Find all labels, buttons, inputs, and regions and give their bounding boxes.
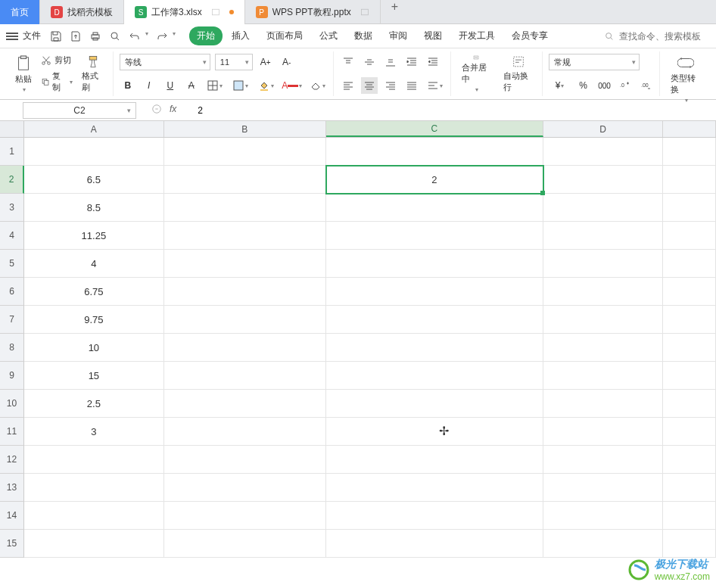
export-icon[interactable]: [70, 30, 82, 42]
cell-D11[interactable]: [543, 418, 663, 446]
font-name-select[interactable]: 等线: [120, 54, 210, 70]
fill-color-button[interactable]: ▾: [256, 77, 277, 94]
cell-B2[interactable]: [164, 166, 326, 194]
row-header[interactable]: 12: [0, 446, 24, 474]
cell-style-button[interactable]: ▾: [230, 77, 251, 94]
cell-D6[interactable]: [543, 278, 663, 306]
font-shrink-button[interactable]: A-: [279, 54, 295, 70]
ribbon-tab-dev[interactable]: 开发工具: [451, 26, 503, 45]
format-painter-button[interactable]: 格式刷: [77, 51, 107, 96]
cell-C10[interactable]: [326, 390, 544, 418]
bold-button[interactable]: B: [120, 77, 136, 94]
row-header[interactable]: 1: [0, 138, 24, 166]
currency-button[interactable]: ¥▾: [549, 77, 570, 94]
cell-C11[interactable]: [326, 418, 544, 446]
ribbon-tab-insert[interactable]: 插入: [224, 26, 257, 45]
col-header-E[interactable]: [663, 121, 716, 137]
cell-D8[interactable]: [543, 334, 663, 362]
fx-label[interactable]: fx: [170, 104, 176, 117]
cell-C1[interactable]: [326, 138, 544, 166]
number-format-select[interactable]: 常规: [549, 54, 640, 70]
cell-B6[interactable]: [164, 278, 326, 306]
ribbon-tab-member[interactable]: 会员专享: [504, 26, 556, 45]
cell-C15[interactable]: [326, 530, 544, 558]
row-header[interactable]: 6: [0, 278, 24, 306]
cell-C5[interactable]: [326, 250, 544, 278]
font-grow-button[interactable]: A+: [257, 54, 274, 70]
formula-input[interactable]: [193, 102, 716, 119]
cancel-formula-icon[interactable]: [151, 104, 162, 117]
name-box[interactable]: C2: [23, 102, 136, 119]
align-center-button[interactable]: [361, 77, 378, 94]
undo-dropdown-icon[interactable]: ▾: [145, 30, 148, 42]
cell-A9[interactable]: 15: [24, 362, 164, 390]
ribbon-tab-review[interactable]: 审阅: [381, 26, 415, 45]
row-header[interactable]: 7: [0, 306, 24, 334]
cell-A14[interactable]: [24, 502, 164, 530]
cell-C8[interactable]: [326, 334, 544, 362]
select-all-corner[interactable]: [0, 121, 24, 137]
cell-D12[interactable]: [543, 446, 663, 474]
cell-B10[interactable]: [164, 390, 326, 418]
redo-icon[interactable]: [156, 30, 168, 42]
cell-D2[interactable]: [543, 166, 663, 194]
cell-A4[interactable]: 11.25: [24, 222, 164, 250]
align-left-button[interactable]: [340, 77, 356, 94]
cell-C9[interactable]: [326, 362, 544, 390]
italic-button[interactable]: I: [141, 77, 157, 94]
cell-E8[interactable]: [663, 334, 716, 362]
merge-center-button[interactable]: 合并居中▾: [457, 51, 496, 96]
cell-C2[interactable]: 2: [326, 166, 544, 194]
cell-B5[interactable]: [164, 250, 326, 278]
tab-home[interactable]: 首页: [0, 0, 40, 24]
hamburger-icon[interactable]: [6, 33, 18, 40]
cell-B7[interactable]: [164, 306, 326, 334]
increase-decimal-button[interactable]: .0: [617, 77, 634, 94]
cell-C13[interactable]: [326, 474, 544, 502]
ribbon-tab-data[interactable]: 数据: [347, 26, 380, 45]
cell-C6[interactable]: [326, 278, 544, 306]
cell-E11[interactable]: [663, 418, 716, 446]
cell-B4[interactable]: [164, 222, 326, 250]
cell-B14[interactable]: [164, 502, 326, 530]
percent-button[interactable]: %: [574, 77, 591, 94]
cell-A11[interactable]: 3: [24, 418, 164, 446]
col-header-D[interactable]: D: [543, 121, 663, 137]
cell-E6[interactable]: [663, 278, 716, 306]
search-input[interactable]: [619, 31, 710, 42]
row-header[interactable]: 11: [0, 418, 24, 446]
cell-E3[interactable]: [663, 194, 716, 222]
tab-template[interactable]: D 找稻壳模板: [40, 0, 124, 24]
cell-C7[interactable]: [326, 306, 544, 334]
wrap-text-button[interactable]: 自动换行: [499, 51, 537, 96]
cell-E9[interactable]: [663, 362, 716, 390]
cell-B15[interactable]: [164, 530, 326, 558]
cell-A5[interactable]: 4: [24, 250, 164, 278]
cell-E13[interactable]: [663, 474, 716, 502]
col-header-B[interactable]: B: [164, 121, 326, 137]
row-header[interactable]: 15: [0, 530, 24, 558]
cell-E12[interactable]: [663, 446, 716, 474]
cell-A2[interactable]: 6.5: [24, 166, 164, 194]
ribbon-tab-formula[interactable]: 公式: [312, 26, 345, 45]
row-header[interactable]: 13: [0, 474, 24, 502]
cell-D5[interactable]: [543, 250, 663, 278]
print-preview-icon[interactable]: [109, 30, 121, 42]
strikethrough-button[interactable]: A: [183, 77, 200, 94]
cell-E14[interactable]: [663, 502, 716, 530]
row-header[interactable]: 10: [0, 390, 24, 418]
comma-button[interactable]: 000: [596, 77, 612, 94]
align-bottom-button[interactable]: [382, 54, 399, 70]
ribbon-tab-layout[interactable]: 页面布局: [259, 26, 310, 45]
cell-E1[interactable]: [663, 138, 716, 166]
cell-D15[interactable]: [543, 530, 663, 558]
cell-E2[interactable]: [663, 166, 716, 194]
cell-E15[interactable]: [663, 530, 716, 558]
row-header[interactable]: 8: [0, 334, 24, 362]
cell-A15[interactable]: [24, 530, 164, 558]
cell-B9[interactable]: [164, 362, 326, 390]
tab-ppt[interactable]: P WPS PPT教程.pptx: [245, 0, 381, 24]
row-header[interactable]: 14: [0, 502, 24, 530]
save-icon[interactable]: [50, 30, 62, 42]
cell-D13[interactable]: [543, 474, 663, 502]
